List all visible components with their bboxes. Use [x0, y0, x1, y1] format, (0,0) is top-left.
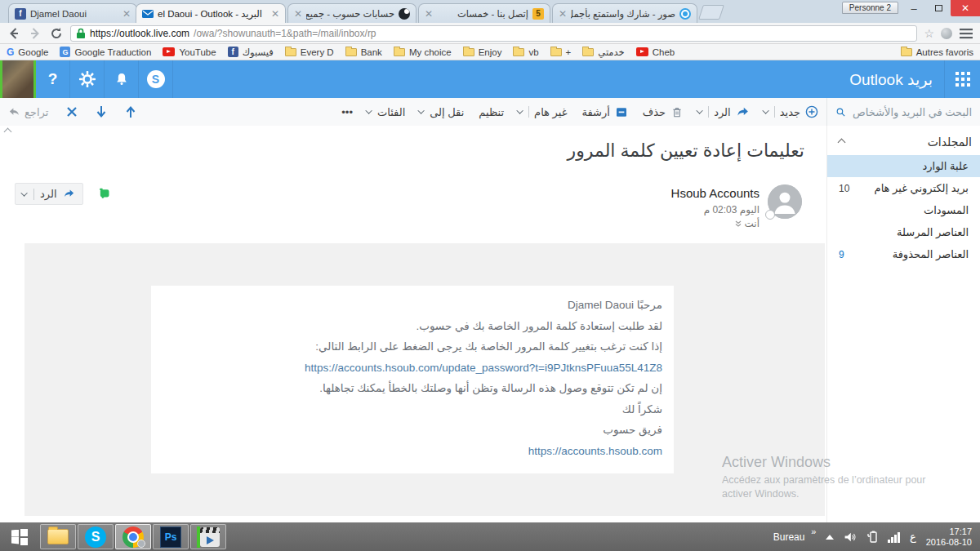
- reply-button[interactable]: الرد: [698, 106, 750, 118]
- chevron-down-icon[interactable]: [762, 107, 768, 113]
- reply-dropdown-button[interactable]: الرد: [15, 183, 83, 205]
- desktop-toolbar[interactable]: Bureau »: [773, 531, 817, 543]
- other-favorites[interactable]: Autres favoris: [901, 47, 973, 57]
- user-avatar[interactable]: [0, 60, 36, 98]
- close-tab-icon[interactable]: ✕: [122, 9, 131, 19]
- evernote-icon[interactable]: [98, 186, 112, 200]
- junk-button[interactable]: غير هام: [519, 106, 567, 118]
- taskbar-skype-button[interactable]: S: [78, 524, 114, 549]
- maximize-button[interactable]: [926, 0, 951, 16]
- sidebar-item-junk[interactable]: بريد إلكتروني غير هام 10: [827, 177, 980, 199]
- reply-icon: [63, 189, 75, 199]
- extension-icon[interactable]: [941, 28, 952, 39]
- taskbar-media-player-button[interactable]: [190, 524, 226, 549]
- forward-icon[interactable]: [28, 26, 42, 41]
- close-tab-icon[interactable]: ✕: [559, 9, 567, 19]
- menu-icon[interactable]: [959, 26, 973, 41]
- move-down-icon[interactable]: [96, 105, 107, 118]
- tab-outlook-active[interactable]: el Daoui - Outlook - البريد ✕: [136, 3, 286, 23]
- folders-header[interactable]: المجلدات: [827, 126, 980, 155]
- delete-button[interactable]: حذف: [643, 105, 684, 119]
- browser-profile-button[interactable]: Personne 2: [842, 2, 898, 14]
- bookmark-folder-vb[interactable]: vb: [513, 47, 538, 57]
- tab-title: حسابات حسوب - جميع خد: [306, 8, 394, 20]
- reload-icon[interactable]: [49, 26, 64, 41]
- device-icon[interactable]: [866, 531, 878, 543]
- close-window-button[interactable]: ✕: [951, 0, 980, 16]
- cancel-icon[interactable]: [66, 106, 78, 118]
- tab-title: صور - شارك واستمتع بأجمل: [571, 8, 675, 20]
- folder-icon: [394, 48, 405, 56]
- taskbar-photoshop-button[interactable]: Ps: [153, 524, 189, 549]
- bookmark-cheb[interactable]: Cheb: [636, 47, 675, 57]
- message-recipients[interactable]: أنت: [735, 218, 760, 229]
- skype-button[interactable]: S: [139, 60, 173, 98]
- desktop-screen: f Djamel Daoui ✕ el Daoui - Outlook - ال…: [0, 0, 980, 551]
- url-bar[interactable]: https://outlook.live.com/owa/?showunauth…: [70, 25, 917, 42]
- language-indicator[interactable]: ع: [910, 531, 916, 543]
- undo-button[interactable]: تراجع: [8, 106, 48, 118]
- bookmark-folder-khidmati[interactable]: خدمتي: [582, 47, 624, 58]
- bookmark-google[interactable]: GGoogle: [7, 47, 48, 58]
- close-tab-icon[interactable]: ✕: [294, 9, 302, 19]
- tab-khamsat[interactable]: 5 إتصل بنا - خمسات ✕: [418, 3, 550, 23]
- chevron-down-icon[interactable]: [20, 189, 27, 196]
- bookmark-star-icon[interactable]: ☆: [924, 27, 934, 40]
- volume-icon[interactable]: [844, 531, 857, 543]
- tab-photos[interactable]: صور - شارك واستمتع بأجمل ✕: [552, 3, 697, 23]
- taskbar-explorer-button[interactable]: [40, 524, 76, 549]
- network-signal-icon[interactable]: [888, 531, 900, 543]
- taskbar-clock[interactable]: 17:17 2016-08-10: [926, 527, 972, 548]
- google-icon: G: [7, 47, 14, 58]
- app-launcher-button[interactable]: [944, 60, 980, 98]
- notifications-button[interactable]: [105, 60, 139, 98]
- sidebar-item-drafts[interactable]: المسودات: [827, 199, 980, 221]
- move-up-icon[interactable]: [125, 105, 136, 118]
- archive-button[interactable]: أرشفة: [581, 106, 627, 118]
- tab-facebook[interactable]: f Djamel Daoui ✕: [8, 3, 137, 23]
- new-tab-button[interactable]: [698, 5, 724, 20]
- more-commands-button[interactable]: •••: [341, 106, 353, 118]
- collapse-icon[interactable]: [5, 129, 11, 136]
- bookmark-folder-enjoy[interactable]: Enjoy: [463, 47, 502, 57]
- bookmark-youtube[interactable]: YouTube: [163, 47, 216, 57]
- back-icon[interactable]: [7, 26, 21, 41]
- sender-name[interactable]: Hsoub Accounts: [671, 186, 760, 200]
- bookmark-folder-bank[interactable]: Bank: [345, 47, 382, 57]
- settings-button[interactable]: [70, 60, 105, 98]
- sender-avatar[interactable]: [768, 184, 802, 219]
- bell-icon: [114, 71, 130, 87]
- bookmark-facebook[interactable]: fفيسبوك: [228, 47, 274, 58]
- tab-hsoub-accounts[interactable]: حسابات حسوب - جميع خد ✕: [287, 3, 416, 23]
- start-button[interactable]: [0, 522, 39, 551]
- minimize-button[interactable]: –: [902, 0, 926, 16]
- bookmark-google-traduction[interactable]: GGoogle Traduction: [60, 47, 151, 57]
- khamsat-icon: 5: [532, 8, 544, 20]
- close-tab-icon[interactable]: ✕: [271, 9, 279, 19]
- maximize-icon: [935, 5, 942, 11]
- hsoub-accounts-link[interactable]: https://accounts.hsoub.com: [163, 441, 662, 462]
- folder-icon: [901, 48, 912, 56]
- sweep-button[interactable]: تنظيم: [479, 106, 504, 118]
- sidebar-item-sent[interactable]: العناصر المرسلة: [827, 221, 980, 243]
- search-box[interactable]: البحث في البريد والأشخاص: [826, 98, 980, 126]
- bookmark-folder-every-d[interactable]: Every D: [285, 47, 334, 57]
- sidebar-item-inbox[interactable]: علبة الوارد: [827, 155, 980, 177]
- browser-titlebar: f Djamel Daoui ✕ el Daoui - Outlook - ال…: [0, 0, 980, 23]
- categories-button[interactable]: الفئات: [368, 106, 405, 118]
- chevron-down-icon[interactable]: [696, 107, 702, 113]
- body-line: فريق حسوب: [163, 420, 662, 441]
- folder-icon: [285, 48, 296, 56]
- taskbar-chrome-button[interactable]: [115, 524, 151, 549]
- help-button[interactable]: ?: [36, 60, 70, 98]
- chevron-down-icon[interactable]: [516, 107, 523, 113]
- bookmark-folder-plus[interactable]: +: [550, 47, 572, 57]
- password-reset-link[interactable]: https://accounts.hsoub.com/update_passwo…: [163, 358, 662, 379]
- reply-icon: [736, 106, 750, 118]
- bookmark-folder-my-choice[interactable]: My choice: [394, 47, 452, 57]
- close-tab-icon[interactable]: ✕: [425, 9, 433, 19]
- show-hidden-icons[interactable]: [826, 535, 834, 540]
- move-to-button[interactable]: نقل إلى: [420, 106, 464, 118]
- sidebar-item-deleted[interactable]: العناصر المحذوفة 9: [827, 243, 980, 265]
- new-button[interactable]: جديد: [764, 105, 818, 118]
